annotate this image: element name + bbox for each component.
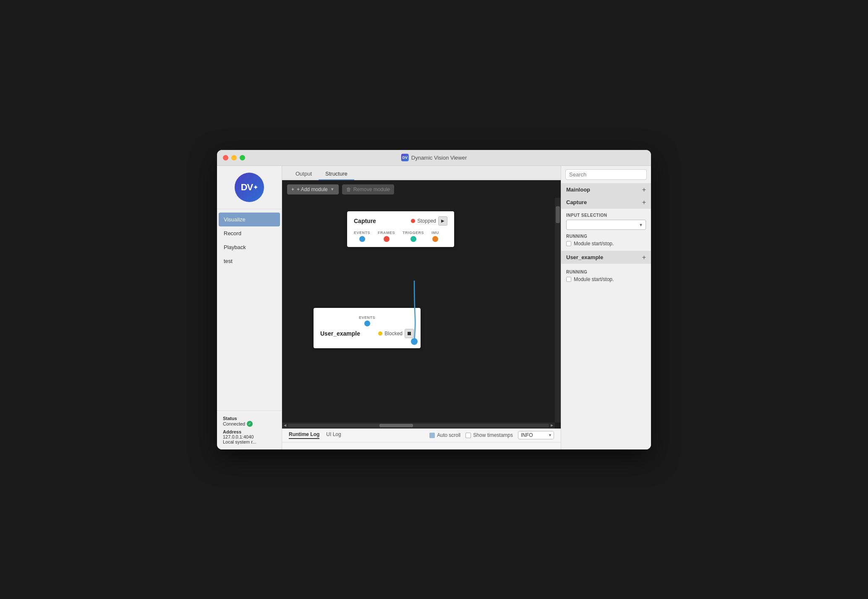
search-input[interactable]	[565, 169, 647, 180]
capture-status-text: Stopped	[417, 218, 436, 224]
user-running-section: RUNNING Module start/stop.	[566, 270, 646, 282]
log-level-select-wrapper: INFO DEBUG WARNING ERROR ▼	[518, 431, 554, 439]
capture-title: Capture	[354, 218, 376, 224]
canvas-area: + + Add module ▼ 🗑 Remove module	[282, 180, 561, 428]
triggers-port-dot[interactable]	[410, 236, 416, 242]
port-events: EVENTS	[354, 231, 370, 242]
address-line2: Local system r...	[223, 439, 276, 444]
capture-section-header: Capture +	[561, 196, 651, 209]
maximize-button[interactable]	[240, 155, 245, 160]
sidebar-item-test[interactable]: test	[217, 254, 282, 268]
capture-status-dot	[411, 219, 415, 223]
port-imu: IMU	[431, 231, 439, 242]
sidebar-item-record[interactable]: Record	[217, 226, 282, 240]
sidebar-item-playback[interactable]: Playback	[217, 240, 282, 254]
log-level-select[interactable]: INFO DEBUG WARNING ERROR	[518, 431, 554, 439]
log-tab-bar: Runtime Log UI Log Auto scroll Show time…	[282, 429, 561, 442]
tab-bar: Output Structure	[282, 166, 561, 180]
hscroll-thumb[interactable]	[379, 424, 413, 427]
logo-area: DV✦	[217, 166, 282, 209]
plus-icon: +	[291, 187, 294, 192]
user-running-row: Module start/stop.	[566, 276, 646, 282]
input-selection-dropdown-wrapper: ▼	[566, 220, 646, 230]
horizontal-scrollbar[interactable]: ◀ ▶	[282, 423, 555, 428]
title-bar: DV Dynamic Vision Viewer	[217, 150, 651, 166]
user-events-port-top[interactable]	[364, 321, 370, 326]
capture-running-checkbox[interactable]	[566, 241, 571, 246]
tab-output[interactable]: Output	[289, 168, 319, 180]
capture-plus-button[interactable]: +	[642, 199, 646, 206]
show-timestamps-control: Show timestamps	[465, 432, 513, 438]
remove-module-button[interactable]: 🗑 Remove module	[342, 184, 394, 194]
close-button[interactable]	[223, 155, 228, 160]
window-title: DV Dynamic Vision Viewer	[401, 154, 467, 161]
main-window: DV Dynamic Vision Viewer DV✦ Visualize R…	[217, 150, 651, 449]
app-logo: DV✦	[235, 173, 264, 202]
sidebar: DV✦ Visualize Record Playback test Statu…	[217, 166, 282, 449]
canvas-toolbar: + + Add module ▼ 🗑 Remove module	[282, 180, 561, 199]
show-timestamps-checkbox[interactable]	[465, 433, 471, 438]
capture-header: Capture Stopped ▶	[354, 216, 447, 226]
input-selection-dropdown[interactable]	[566, 220, 646, 230]
minimize-button[interactable]	[231, 155, 237, 160]
module-card-user: EVENTS User_example Blocked	[314, 308, 421, 348]
traffic-lights	[223, 155, 245, 160]
vertical-scrollbar[interactable]	[555, 198, 561, 423]
capture-running-section: RUNNING Module start/stop.	[566, 234, 646, 247]
trash-icon: 🗑	[346, 187, 351, 192]
auto-scroll-checkbox[interactable]	[429, 433, 435, 438]
tab-structure[interactable]: Structure	[319, 168, 354, 180]
address-line1: 127.0.0.1:4040	[223, 434, 276, 439]
log-tab-ui[interactable]: UI Log	[326, 431, 341, 439]
status-label: Status	[223, 416, 276, 421]
user-running-checkbox[interactable]	[566, 277, 571, 282]
auto-scroll-control: Auto scroll	[429, 432, 460, 438]
frames-port-dot[interactable]	[384, 236, 390, 242]
sidebar-status: Status Connected ✓ Address 127.0.0.1:404…	[217, 410, 282, 449]
show-timestamps-label: Show timestamps	[473, 432, 513, 438]
user-stop-button[interactable]	[405, 329, 414, 338]
user-panel-title: User_example	[566, 254, 603, 260]
capture-play-button[interactable]: ▶	[438, 216, 447, 226]
user-status: Blocked	[378, 329, 414, 338]
capture-running-row: Module start/stop.	[566, 241, 646, 247]
input-selection-label: INPUT SELECTION	[566, 213, 646, 218]
capture-ports: EVENTS FRAMES TRIGGERS	[354, 231, 447, 242]
auto-scroll-label: Auto scroll	[437, 432, 460, 438]
user-plus-button[interactable]: +	[642, 254, 646, 261]
stop-square-icon	[408, 332, 411, 335]
right-panel: Mainloop + Capture + INPUT SELECTION ▼ R…	[561, 166, 651, 449]
capture-status: Stopped ▶	[411, 216, 447, 226]
address-label: Address	[223, 429, 276, 434]
mainloop-title: Mainloop	[566, 187, 590, 193]
sidebar-item-visualize[interactable]: Visualize	[219, 213, 280, 226]
user-header: User_example Blocked	[320, 329, 414, 338]
hscroll-right-arrow[interactable]: ▶	[549, 423, 555, 428]
user-running-label: RUNNING	[566, 270, 646, 274]
mainloop-section-header: Mainloop +	[561, 184, 651, 196]
user-running-text: Module start/stop.	[574, 276, 614, 282]
hscroll-left-arrow[interactable]: ◀	[282, 423, 288, 428]
capture-running-label: RUNNING	[566, 234, 646, 239]
mainloop-plus-button[interactable]: +	[642, 187, 646, 193]
main-layout: DV✦ Visualize Record Playback test Statu…	[217, 166, 651, 449]
port-triggers: TRIGGERS	[403, 231, 424, 242]
imu-port-dot[interactable]	[432, 236, 438, 242]
user-status-text: Blocked	[384, 331, 403, 336]
log-tab-runtime[interactable]: Runtime Log	[289, 431, 319, 439]
events-port-dot[interactable]	[359, 236, 365, 242]
capture-panel-title: Capture	[566, 199, 587, 205]
add-module-button[interactable]: + + Add module ▼	[287, 184, 339, 194]
module-card-capture: Capture Stopped ▶ EVENTS	[347, 211, 454, 247]
port-frames: FRAMES	[378, 231, 395, 242]
right-search	[561, 166, 651, 184]
vscroll-thumb[interactable]	[556, 206, 560, 223]
log-area: Runtime Log UI Log Auto scroll Show time…	[282, 428, 561, 449]
status-value: Connected ✓	[223, 421, 276, 427]
user-title: User_example	[320, 330, 360, 337]
app-icon: DV	[401, 154, 409, 161]
user-section-body: RUNNING Module start/stop.	[561, 264, 651, 286]
center-content: Output Structure + + Add module ▼ 🗑 Remo…	[282, 166, 561, 449]
capture-running-text: Module start/stop.	[574, 241, 614, 247]
log-controls: Auto scroll Show timestamps INFO DEBUG W…	[429, 431, 554, 439]
